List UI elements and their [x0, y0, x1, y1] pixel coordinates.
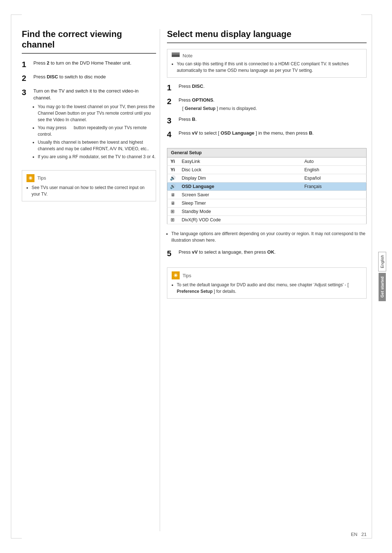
row-icon-screensaver: 🖥: [167, 191, 178, 199]
after-table-bullets: The language options are different depen…: [167, 230, 367, 245]
right-step-5-number: 5: [167, 249, 176, 259]
right-step-5: 5 Press vV to select a language, then pr…: [167, 249, 367, 259]
table-row: 🖥 Sleep Timer: [167, 199, 367, 207]
row-icon-divx: ⊞: [167, 216, 178, 224]
step-1-number: 1: [22, 60, 30, 70]
row-menu-displaydim: Display Dim: [178, 174, 301, 182]
tips-content-left: See TVs user manual on how to select the…: [26, 184, 151, 197]
right-section-title: Select menu display language: [167, 29, 367, 43]
row-value-divx: [301, 216, 366, 224]
row-value-english: English: [301, 165, 366, 174]
table-row: Yi Disc Lock English: [167, 165, 367, 174]
step-3: 3 Turn on the TV and switch it to the co…: [22, 87, 156, 161]
row-icon-osdlang: 🔊: [167, 182, 178, 191]
row-menu-screensaver: Screen Saver: [178, 191, 301, 199]
english-tab: English: [378, 252, 386, 271]
row-menu-divx: DivX(R) VOD Code: [178, 216, 301, 224]
step-2-content: Press DISC to switch to disc mode: [33, 73, 156, 81]
after-table-bullet: The language options are different depen…: [171, 230, 367, 243]
table-row: 🔊 Display Dim Español: [167, 174, 367, 182]
note-box: Note You can skip this setting if this u…: [167, 49, 367, 78]
right-column: Select menu display language Note You ca…: [167, 29, 367, 531]
row-icon-easylink: Yi: [167, 157, 178, 165]
row-value-auto: Auto: [301, 157, 366, 165]
row-value-screensaver: [301, 191, 366, 199]
note-label: Note: [183, 53, 192, 58]
right-step-3-content: Press B.: [179, 116, 367, 123]
bullet-4: If you are using a RF modulator, set the…: [38, 153, 156, 160]
row-value-francais: Français: [301, 182, 366, 191]
step-2-sub: [ General Setup ] menu is displayed.: [182, 105, 367, 112]
right-step-4-content: Press vV to select [ OSD Language ] in t…: [179, 130, 367, 137]
step-3-bullets: You may go to the lowest channel on your…: [33, 103, 156, 160]
main-content: Find the correct viewing channel 1 Press…: [22, 29, 367, 531]
bullet-3: Usually this channel is between the lowe…: [38, 139, 156, 152]
page-number: EN 21: [351, 532, 367, 537]
right-step-4: 4 Press vV to select [ OSD Language ] in…: [167, 130, 367, 140]
page-border-bottom-right: [361, 538, 372, 538]
tips-icon-left: ✳: [26, 174, 34, 182]
left-column: Find the correct viewing channel 1 Press…: [22, 29, 156, 531]
row-icon-displaydim: 🔊: [167, 174, 178, 182]
get-started-tab: Get started: [379, 273, 386, 301]
table-row: ⊞ DivX(R) VOD Code: [167, 216, 367, 224]
page-border-left: [11, 15, 11, 538]
right-step-2-number: 2: [167, 97, 176, 107]
table-row: 🖥 Screen Saver: [167, 191, 367, 199]
page-border-top-left: [11, 15, 22, 15]
step-2-number: 2: [22, 73, 30, 84]
tips-label-left: Tips: [37, 175, 46, 181]
tips-box-right: ✳ Tips To set the default language for D…: [167, 267, 367, 299]
step-3-content: Turn on the TV and switch it to the corr…: [33, 87, 156, 161]
right-step-5-content: Press vV to select a language, then pres…: [179, 249, 367, 256]
table-header: General Setup: [167, 148, 367, 157]
right-step-1-number: 1: [167, 83, 176, 93]
right-step-2: 2 Press OPTIONS. [ General Setup ] menu …: [167, 97, 367, 112]
right-step-2-content: Press OPTIONS. [ General Setup ] menu is…: [179, 97, 367, 112]
row-icon-sleeptimer: 🖥: [167, 199, 178, 207]
note-icon: [172, 54, 180, 57]
table-row: Yi EasyLink Auto: [167, 157, 367, 165]
page-border-bottom-left: [11, 538, 22, 538]
tips-box-left: ✳ Tips See TVs user manual on how to sel…: [22, 170, 156, 201]
row-icon-standby: ⊞: [167, 207, 178, 216]
tips-label-right: Tips: [183, 273, 191, 278]
table-row-highlighted: 🔊 OSD Language Français: [167, 182, 367, 191]
table-row: ⊞ Standby Mode: [167, 207, 367, 216]
right-step-3-number: 3: [167, 116, 176, 126]
row-value-sleeptimer: [301, 199, 366, 207]
tips-item-right: To set the default language for DVD audi…: [177, 282, 362, 295]
step-1-content: Press 2 to turn on the DVD Home Theater …: [33, 60, 156, 67]
note-item: You can skip this setting if this unit i…: [177, 61, 362, 74]
bullet-1: You may go to the lowest channel on your…: [38, 103, 156, 123]
general-setup-table: General Setup Yi EasyLink Auto Yi Disc L…: [167, 148, 367, 224]
right-step-4-number: 4: [167, 130, 176, 140]
tips-content-right: To set the default language for DVD audi…: [172, 282, 362, 295]
tips-header-left: ✳ Tips: [26, 174, 151, 182]
bullet-2: You may press button repeatedly on your …: [38, 124, 156, 138]
left-section-title: Find the correct viewing channel: [22, 29, 156, 54]
page-footer: EN 21: [22, 532, 367, 537]
tips-item-left: See TVs user manual on how to select the…: [32, 184, 151, 197]
side-tabs: English Get started: [372, 252, 392, 301]
right-step-1: 1 Press DISC.: [167, 83, 367, 93]
row-value-standby: [301, 207, 366, 216]
note-header: Note: [172, 53, 362, 58]
row-menu-osdlang: OSD Language: [178, 182, 301, 191]
tips-icon-right: ✳: [172, 271, 180, 279]
row-value-espanol: Español: [301, 174, 366, 182]
right-step-3: 3 Press B.: [167, 116, 367, 126]
note-content: You can skip this setting if this unit i…: [172, 61, 362, 74]
row-menu-standby: Standby Mode: [178, 207, 301, 216]
row-menu-disclock: Disc Lock: [178, 165, 301, 174]
row-menu-sleeptimer: Sleep Timer: [178, 199, 301, 207]
step-1: 1 Press 2 to turn on the DVD Home Theate…: [22, 60, 156, 70]
step-3-number: 3: [22, 87, 30, 98]
page-border-top-right: [361, 15, 372, 15]
step-2: 2 Press DISC to switch to disc mode: [22, 73, 156, 84]
row-menu-easylink: EasyLink: [178, 157, 301, 165]
row-icon-disclock: Yi: [167, 165, 178, 174]
tips-header-right: ✳ Tips: [172, 271, 362, 279]
right-step-1-content: Press DISC.: [179, 83, 367, 90]
